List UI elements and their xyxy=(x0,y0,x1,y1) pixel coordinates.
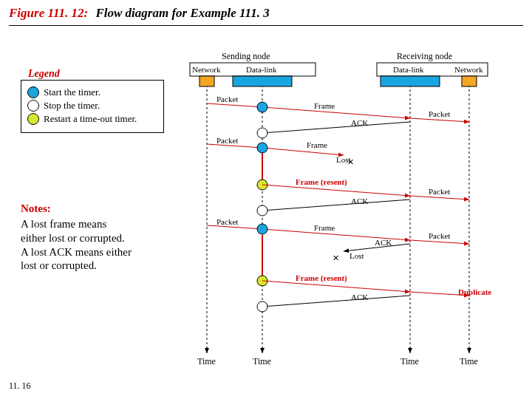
svg-point-22 xyxy=(257,143,267,153)
lbl-duplicate: Duplicate xyxy=(458,287,491,296)
svg-rect-13 xyxy=(462,76,477,86)
legend-row-start: Start the timer. xyxy=(27,86,157,98)
legend-title: Legend xyxy=(28,68,60,80)
notes-line: lost or corrupted. xyxy=(21,259,97,271)
lbl-packet: Packet xyxy=(216,217,238,226)
notes-title: Notes: xyxy=(21,202,51,215)
lbl-lost: Lost xyxy=(336,155,351,164)
figure-caption: Flow diagram for Example 111. 3 xyxy=(95,6,269,20)
box-network-left: Network xyxy=(192,65,221,74)
lbl-lost: Lost xyxy=(349,251,364,260)
page-number: 11. 16 xyxy=(9,381,31,392)
legend-label: Restart a time-out timer. xyxy=(44,113,137,125)
svg-point-41 xyxy=(257,301,267,312)
notes-body: A lost frame means either lost or corrup… xyxy=(21,217,154,273)
lbl-time: Time xyxy=(253,356,271,367)
svg-rect-12 xyxy=(381,76,440,86)
notes-line: A lost frame means xyxy=(21,218,106,230)
title-underline xyxy=(9,25,523,26)
lbl-packet: Packet xyxy=(216,95,238,103)
box-network-right: Network xyxy=(454,65,483,74)
svg-text:✕: ✕ xyxy=(332,253,339,262)
header-sending: Sending node xyxy=(222,51,270,62)
svg-line-26 xyxy=(262,185,410,196)
svg-line-27 xyxy=(410,196,469,200)
legend-label: Start the timer. xyxy=(44,86,100,98)
figure-number: Figure 111. 12: xyxy=(9,6,88,20)
svg-line-33 xyxy=(410,240,469,244)
lbl-ack: ACK xyxy=(375,238,392,247)
notes-line: either lost or corrupted. xyxy=(21,232,125,244)
header-receiving: Receiving node xyxy=(397,51,452,62)
lbl-frame-resent: Frame (resent) xyxy=(296,273,347,282)
lbl-packet: Packet xyxy=(429,109,450,118)
timer-start-icon xyxy=(27,86,39,98)
lbl-frame: Frame xyxy=(314,101,335,110)
flow-diagram: ✕ ✕ Sending node Receiving node Network … xyxy=(166,44,514,369)
box-datalink-right: Data-link xyxy=(393,65,424,74)
svg-line-18 xyxy=(262,122,410,133)
legend-row-stop: Stop the timer. xyxy=(27,100,157,112)
svg-point-32 xyxy=(257,224,267,234)
lbl-frame: Frame xyxy=(314,223,335,232)
lbl-frame: Frame xyxy=(307,140,327,149)
svg-rect-11 xyxy=(233,76,292,86)
svg-line-15 xyxy=(262,107,410,118)
svg-point-16 xyxy=(257,102,267,112)
lbl-ack: ACK xyxy=(351,118,368,127)
svg-line-38 xyxy=(262,281,410,292)
lbl-packet: Packet xyxy=(429,231,450,240)
lbl-ack: ACK xyxy=(351,293,368,301)
diagram-svg: ✕ ✕ xyxy=(166,44,514,369)
lbl-time: Time xyxy=(400,356,419,367)
svg-line-28 xyxy=(262,200,410,211)
svg-rect-10 xyxy=(200,76,214,86)
lbl-packet: Packet xyxy=(216,136,238,145)
figure-title: Figure 111. 12: Flow diagram for Example… xyxy=(9,6,270,21)
timer-restart-icon xyxy=(27,113,39,125)
legend-label: Stop the timer. xyxy=(44,100,100,112)
svg-line-21 xyxy=(262,148,344,155)
svg-line-14 xyxy=(207,103,262,107)
legend-box: Start the timer. Stop the timer. Restart… xyxy=(21,80,164,133)
lbl-time: Time xyxy=(460,356,478,367)
lbl-ack: ACK xyxy=(351,197,368,205)
svg-line-40 xyxy=(262,296,410,307)
lbl-frame-resent: Frame (resent) xyxy=(296,177,347,186)
timer-stop-icon xyxy=(27,100,39,112)
svg-point-29 xyxy=(257,205,267,216)
notes-line: A lost ACK means either xyxy=(21,246,132,258)
svg-line-17 xyxy=(410,118,469,122)
lbl-packet: Packet xyxy=(429,187,450,196)
legend-row-restart: Restart a time-out timer. xyxy=(27,113,157,125)
lbl-time: Time xyxy=(197,356,216,367)
svg-point-19 xyxy=(257,128,267,138)
box-datalink-left: Data-link xyxy=(246,65,277,74)
